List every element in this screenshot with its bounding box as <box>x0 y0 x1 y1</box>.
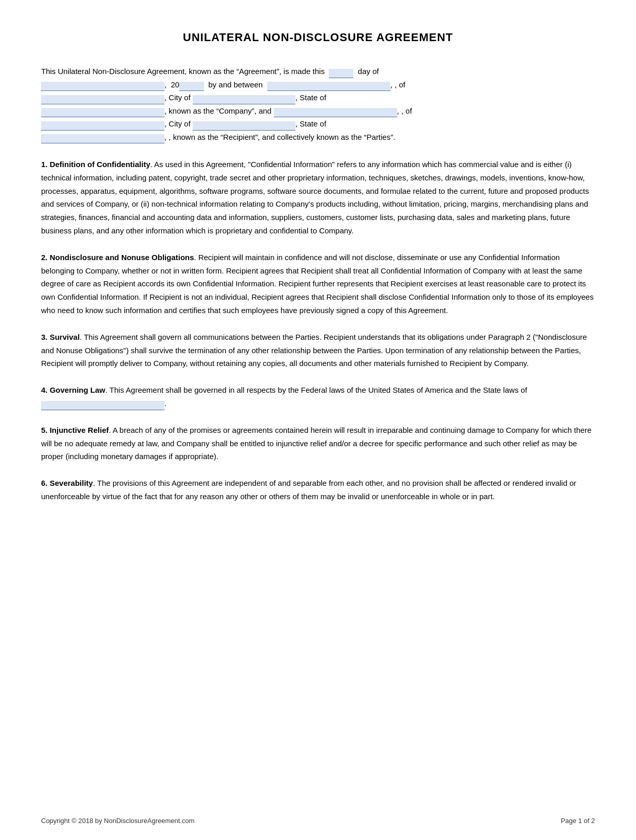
section-6-number: 6. <box>41 479 50 487</box>
intro-line6: , known as the “Recipient”, and collecti… <box>169 133 395 141</box>
footer-copyright: Copyright © 2018 by NonDisclosureAgreeme… <box>41 817 195 825</box>
section-6: 6. Severability. The provisions of this … <box>41 477 595 503</box>
blank-year-line[interactable] <box>41 82 164 91</box>
intro-line1-start: This Unilateral Non-Disclosure Agreement… <box>41 67 325 76</box>
blank-company-address[interactable] <box>41 95 164 104</box>
section-3: 3. Survival. This Agreement shall govern… <box>41 331 595 370</box>
blank-company-name[interactable] <box>267 82 390 91</box>
footer-page: Page 1 of 2 <box>561 817 595 825</box>
section-2-title: Nondisclosure and Nonuse Obligations <box>50 253 194 262</box>
blank-recipient-name[interactable] <box>274 108 397 117</box>
section-5-title: Injunctive Relief <box>50 426 109 434</box>
blank-recipient-state[interactable] <box>41 134 164 143</box>
section-5-body: . A breach of any of the promises or agr… <box>41 426 591 461</box>
blank-recipient-address[interactable] <box>41 121 164 131</box>
intro-line4-end: , of <box>401 106 412 115</box>
section-1-body: . As used in this Agreement, "Confidenti… <box>41 160 589 235</box>
section-6-title: Severability <box>50 479 93 487</box>
section-1: 1. Definition of Confidentiality. As use… <box>41 158 595 238</box>
section-6-body: . The provisions of this Agreement are i… <box>41 479 576 501</box>
section-4-body: . This Agreement shall be governed in al… <box>105 386 527 394</box>
blank-company-state[interactable] <box>41 108 164 117</box>
document-title: UNILATERAL NON-DISCLOSURE AGREEMENT <box>41 31 595 44</box>
intro-block: This Unilateral Non-Disclosure Agreement… <box>41 65 595 143</box>
section-1-title: Definition of Confidentiality <box>50 160 151 169</box>
section-5: 5. Injunctive Relief. A breach of any of… <box>41 424 595 463</box>
intro-line1-end: day of <box>358 67 379 76</box>
intro-by-between: by and between <box>209 80 263 89</box>
section-3-number: 3. <box>41 333 50 341</box>
document-page: UNILATERAL NON-DISCLOSURE AGREEMENT This… <box>0 0 636 840</box>
section-4-number: 4. <box>41 386 50 394</box>
footer: Copyright © 2018 by NonDisclosureAgreeme… <box>41 817 595 825</box>
section-2-body: . Recipient will maintain in confidence … <box>41 253 594 315</box>
section-1-number: 1. <box>41 160 50 169</box>
section-2: 2. Nondisclosure and Nonuse Obligations.… <box>41 251 595 317</box>
section-2-number: 2. <box>41 253 50 262</box>
blank-company-city[interactable] <box>193 95 295 104</box>
blank-year[interactable] <box>179 82 204 91</box>
intro-line2-end: , of <box>395 80 405 89</box>
blank-recipient-city[interactable] <box>193 121 295 131</box>
section-3-title: Survival <box>50 333 80 341</box>
section-5-number: 5. <box>41 426 50 434</box>
section-3-body: . This Agreement shall govern all commun… <box>41 333 587 368</box>
section-4: 4. Governing Law. This Agreement shall b… <box>41 384 595 410</box>
blank-state-law[interactable] <box>41 401 164 410</box>
blank-day[interactable] <box>329 69 353 78</box>
section-4-title: Governing Law <box>50 386 105 394</box>
